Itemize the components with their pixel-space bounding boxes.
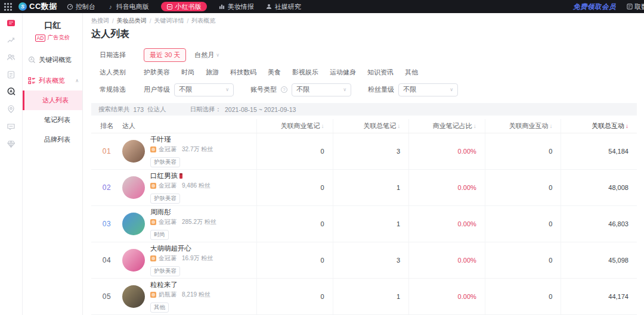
avatar[interactable] [122,140,145,163]
breadcrumb-keyword-detail[interactable]: 关键词详情 [154,17,184,25]
col-total-engagement-sort-active[interactable]: 关联总互动↓ [561,119,637,133]
nav-xiaohongshu-active[interactable]: 小红书版 [161,2,207,11]
table-header: 排名 达人 关联商业笔记↓ 关联总笔记↓ 商业笔记占比↓ 关联商业互动↓ 关联总… [91,119,637,133]
chevron-up-icon: ∧ [75,78,80,83]
commercial-notes-value: 0 [256,279,333,314]
fans-scale-group: 粉丝量级 不限 ∨ [368,83,458,96]
nav-beauty-intel[interactable]: 美妆情报 [219,2,254,11]
talent-name[interactable]: 口红男孩 [150,171,178,180]
total-notes-value: 1 [333,206,409,242]
account-type-select[interactable]: 不限 ∨ [292,83,351,96]
natural-month-label: 自然月 [194,51,214,60]
talent-cell: 千叶瑾 金冠薯 32.7万 粉丝 护肤美容 [122,133,256,169]
total-engagement-value: 44,174 [561,279,637,314]
followers-count: 285.2万 粉丝 [182,218,216,226]
category-chip-travel[interactable]: 旅游 [206,68,219,77]
breadcrumb-beauty-category[interactable]: 美妆品类词 [117,17,147,25]
logo-text: CC数据 [29,1,57,12]
chevron-down-icon: ∨ [450,87,453,92]
total-engagement-value: 54,184 [561,133,637,169]
category-chip-food[interactable]: 美食 [268,68,281,77]
user-level-select[interactable]: 不限 ∨ [174,83,234,96]
rail-gem-icon[interactable] [7,139,16,148]
help-question-icon[interactable]: ? [281,86,287,93]
rail-location-pin-icon[interactable] [7,104,16,114]
rank-cell: 04 [91,256,122,264]
talent-name[interactable]: 粒粒来了 [150,280,178,289]
rail-xiaohongshu-icon[interactable] [7,18,16,27]
talent-name[interactable]: 大萌萌超开心 [150,244,191,253]
results-count: 173 [134,106,144,113]
list-overview-icon [28,77,36,85]
commercial-notes-value: 0 [256,206,333,242]
fans-scale-select[interactable]: 不限 ∨ [398,83,458,96]
total-notes-value: 1 [333,279,409,314]
category-tag: 护肤美容 [150,266,180,276]
level-label: 奶瓶薯 [159,291,177,299]
keyword-overview-icon [28,56,36,64]
ad-bidding-link[interactable]: AD 广告竞价 [23,34,82,42]
table-row[interactable]: 02 口红男孩 金冠薯 9,486 粉丝 护肤美容 0 1 0. [91,170,637,206]
level-label: 金冠薯 [159,218,177,226]
col-commercial-engagement-sort[interactable]: 关联商业互动↓ [485,119,561,133]
table-row[interactable]: 01 千叶瑾 金冠薯 32.7万 粉丝 护肤美容 0 3 0.0 [91,133,637,170]
free-vip-link[interactable]: 免费领取会员 [573,2,616,11]
table-row[interactable]: 03 周雨彤 金冠薯 285.2万 粉丝 时尚 0 1 0.00 [91,206,637,242]
rank-cell: 03 [91,220,122,228]
sidebar-item-talent-list[interactable]: 达人列表 [23,91,82,110]
sidebar-item-list-overview[interactable]: 列表概览 ∧ [23,71,82,91]
list-overview-label: 列表概览 [39,76,65,85]
chevron-down-icon: ∨ [343,87,346,92]
nav-douyin-ecommerce[interactable]: ♪ 抖音电商版 [107,2,149,11]
nav-console-label: 控制台 [76,2,95,11]
category-chip-entertainment[interactable]: 影视娱乐 [292,68,318,77]
breadcrumb-hot-words[interactable]: 热搜词 [91,17,109,25]
nav-social-research[interactable]: 社媒研究 [266,2,301,11]
rail-talent-search-icon[interactable] [7,87,16,96]
data-tool-icon [627,4,633,10]
talent-name[interactable]: 千叶瑾 [150,135,171,144]
sidebar: 口红 AD 广告竞价 关键词概览 列表概览 ∧ 达人列表 笔记列表 品牌列表 [23,13,83,315]
category-chip-other[interactable]: 其他 [405,68,418,77]
sidebar-item-brand-list[interactable]: 品牌列表 [23,130,82,149]
rail-chat-icon[interactable] [7,121,16,131]
nav-console[interactable]: 控制台 [67,2,95,11]
col-commercial-notes-sort[interactable]: 关联商业笔记↓ [256,119,333,133]
person-icon [266,4,273,10]
sidebar-item-note-list[interactable]: 笔记列表 [23,110,82,130]
avatar[interactable] [122,249,145,272]
table-row[interactable]: 04 大萌萌超开心 金冠薯 16.9万 粉丝 护肤美容 0 3 [91,242,637,279]
rank-cell: 01 [91,147,122,155]
col-total-notes-sort[interactable]: 关联总笔记↓ [333,119,409,133]
category-chip-knowledge[interactable]: 知识资讯 [367,68,394,77]
results-date-range: 2021-08-15 ~ 2021-09-13 [225,106,296,113]
category-chip-fitness[interactable]: 运动健身 [330,68,356,77]
rail-trend-icon[interactable] [7,35,16,45]
natural-month-dropdown[interactable]: 自然月 ∨ [194,51,219,60]
commercial-notes-value: 0 [256,170,333,205]
account-type-label: 账号类型 [250,85,277,94]
apps-grid-icon[interactable] [4,2,13,11]
avatar[interactable] [122,213,145,235]
table-row[interactable]: 05 粒粒来了 奶瓶薯 8,219 粉丝 其他 0 1 0.00 [91,279,637,315]
followers-count: 16.9万 粉丝 [182,254,213,263]
last-30-days-button[interactable]: 最近 30 天 [144,48,186,62]
rail-users-icon[interactable] [7,52,16,62]
talent-name[interactable]: 周雨彤 [150,208,171,217]
page-title: 达人列表 [91,28,637,40]
nav-social-research-label: 社媒研究 [275,2,301,11]
avatar[interactable] [122,285,145,308]
category-chip-skincare[interactable]: 护肤美容 [144,68,170,77]
category-chip-fashion[interactable]: 时尚 [181,68,194,77]
commercial-ratio-value: 0.00% [408,242,485,278]
avatar[interactable] [122,176,145,199]
chevron-down-icon: ∨ [216,52,219,58]
account-type-value: 不限 [296,85,309,94]
cc-data-logo[interactable]: S CC数据 [18,1,57,12]
col-commercial-note-ratio-sort[interactable]: 商业笔记占比↓ [408,119,485,133]
commercial-engagement-value: 0 [485,170,561,205]
rail-document-icon[interactable] [7,70,16,79]
sidebar-item-keyword-overview[interactable]: 关键词概览 [23,50,82,70]
data-tool-link[interactable]: 取数 [627,2,644,11]
category-chip-tech[interactable]: 科技数码 [230,68,256,77]
